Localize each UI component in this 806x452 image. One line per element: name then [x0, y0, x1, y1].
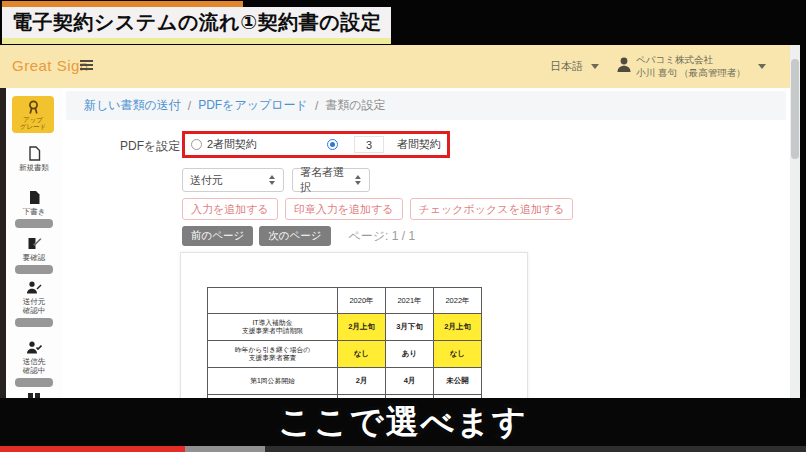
video-left-edge	[0, 88, 6, 400]
video-progress-bar[interactable]	[0, 446, 806, 452]
breadcrumb-link-send-new[interactable]: 新しい書類の送付	[84, 97, 181, 114]
breadcrumb: 新しい書類の送付 / PDFをアップロード / 書類の設定	[66, 91, 786, 120]
medal-icon	[26, 100, 41, 116]
table-header-row: 2020年 2021年 2022年	[208, 288, 482, 314]
page-scrollbar[interactable]	[790, 45, 800, 398]
breadcrumb-separator: /	[188, 99, 191, 113]
radio-n-party-label: 者間契約	[397, 137, 441, 152]
count-badge-redacted	[15, 265, 53, 274]
add-input-button[interactable]: 入力を追加する	[182, 198, 278, 220]
scrollbar-thumb[interactable]	[791, 59, 799, 159]
table-row: 昨年から引き継ぐ場合の 支援事業者審査 なし あり なし	[208, 341, 482, 368]
table-row: 第1回公募開始 2月 4月 未公開	[208, 368, 482, 395]
sidebar-item-recipient-confirming[interactable]: 送信先 確認中	[6, 341, 62, 387]
add-checkbox-button[interactable]: チェックボックスを追加する	[410, 198, 574, 220]
breadcrumb-separator: /	[315, 99, 318, 113]
signer-select[interactable]: 署名者選択	[292, 168, 370, 192]
account-menu[interactable]: ペパコミ株式会社 小川 喜句 （最高管理者）	[636, 53, 746, 79]
subtitle-text: ここで選べます	[278, 400, 528, 445]
account-chevron-down-icon[interactable]	[758, 64, 766, 69]
pdf-setting-label: PDFを設定	[120, 138, 180, 155]
sidebar: アップ グレード 新規書類 下書き 要確認	[6, 88, 62, 400]
header-cell-2021: 2021年	[386, 288, 434, 314]
header-cell-2022: 2022年	[434, 288, 482, 314]
video-title: 電子契約システムの流れ①契約書の設定	[2, 7, 391, 38]
user-avatar-icon	[616, 56, 632, 74]
cell-value: 未公開	[434, 368, 482, 395]
document-edit-icon	[27, 236, 42, 251]
video-title-banner: 電子契約システムの流れ①契約書の設定	[2, 1, 391, 44]
app-logo[interactable]: Great Sign	[12, 57, 89, 74]
row-label: IT導入補助金 支援事業者申請期限	[208, 314, 338, 341]
sidebar-item-drafts[interactable]: 下書き	[6, 190, 62, 228]
sidebar-item-needs-review[interactable]: 要確認	[6, 236, 62, 274]
select-row: 送付元 署名者選択	[182, 168, 370, 192]
subtitle-bar: ここで選べます	[0, 398, 806, 446]
app-header: Great Sign 日本語 ペパコミ株式会社 小川 喜句 （最高管理者）	[0, 45, 800, 88]
contract-type-red-frame: 2者間契約 3 者間契約	[182, 131, 450, 158]
banner-yellow-underline	[2, 38, 391, 44]
header-cell-2020: 2020年	[338, 288, 386, 314]
language-label: 日本語	[550, 59, 583, 74]
upgrade-label: アップ グレード	[20, 116, 46, 130]
pager-row: 前のページ 次のページ ページ: 1 / 1	[182, 226, 415, 246]
upgrade-button[interactable]: アップ グレード	[12, 96, 54, 133]
row-label: 第1回公募開始	[208, 368, 338, 395]
radio-two-party[interactable]	[191, 139, 202, 150]
sender-select-value: 送付元	[190, 173, 223, 188]
cell-value: 2月上旬	[338, 314, 386, 341]
video-frame: 電子契約システムの流れ①契約書の設定 Great Sign 日本語 ペパコミ株式…	[0, 0, 806, 452]
add-stamp-button[interactable]: 印章入力を追加する	[285, 198, 403, 220]
progress-watched	[0, 446, 185, 452]
row-label: 昨年から引き継ぐ場合の 支援事業者審査	[208, 341, 338, 368]
document-filled-icon	[28, 190, 41, 205]
person-edit-icon	[26, 281, 42, 295]
sidebar-item-label: 新規書類	[19, 163, 49, 172]
account-company: ペパコミ株式会社	[636, 53, 746, 66]
cell-value: 2月上旬	[434, 314, 482, 341]
page-indicator: ページ: 1 / 1	[349, 228, 416, 245]
sidebar-item-label: 下書き	[23, 207, 46, 216]
main-content: アップ グレード 新規書類 下書き 要確認	[0, 88, 790, 400]
breadcrumb-current: 書類の設定	[325, 97, 385, 114]
signer-select-value: 署名者選択	[300, 165, 354, 195]
count-badge-redacted	[15, 318, 53, 327]
header-cell	[208, 288, 338, 314]
progress-buffered	[185, 446, 265, 452]
count-badge-redacted	[15, 378, 53, 387]
sidebar-item-label: 送付元 確認中	[23, 297, 46, 315]
prev-page-button[interactable]: 前のページ	[182, 226, 253, 246]
updown-arrows-icon	[354, 174, 362, 186]
chevron-down-icon	[591, 64, 599, 69]
next-page-button[interactable]: 次のページ	[259, 226, 330, 246]
sidebar-item-label: 要確認	[23, 253, 46, 262]
cell-value: 2月	[338, 368, 386, 395]
account-user: 小川 喜句 （最高管理者）	[636, 66, 746, 79]
cell-value: 4月	[386, 368, 434, 395]
breadcrumb-link-upload-pdf[interactable]: PDFをアップロード	[198, 97, 308, 114]
language-selector[interactable]: 日本語	[550, 59, 599, 74]
table-row: IT導入補助金 支援事業者申請期限 2月上旬 3月下旬 2月上旬	[208, 314, 482, 341]
sender-select[interactable]: 送付元	[182, 168, 284, 192]
cell-value: 3月下旬	[386, 314, 434, 341]
count-badge-redacted	[15, 219, 53, 228]
sidebar-item-label: 送信先 確認中	[23, 357, 46, 375]
party-count-input[interactable]: 3	[354, 136, 384, 153]
menu-hamburger-icon[interactable]	[80, 60, 93, 72]
person-check-icon	[26, 341, 42, 355]
radio-n-party[interactable]	[327, 139, 338, 150]
cell-value: なし	[338, 341, 386, 368]
cell-value: あり	[386, 341, 434, 368]
sidebar-item-sender-confirming[interactable]: 送付元 確認中	[6, 281, 62, 327]
sidebar-item-new-document[interactable]: 新規書類	[6, 146, 62, 172]
radio-two-party-label: 2者間契約	[207, 137, 257, 152]
field-actions-row: 入力を追加する 印章入力を追加する チェックボックスを追加する	[182, 198, 573, 220]
document-icon	[28, 146, 41, 161]
updown-arrows-icon	[268, 174, 276, 186]
cell-value: なし	[434, 341, 482, 368]
